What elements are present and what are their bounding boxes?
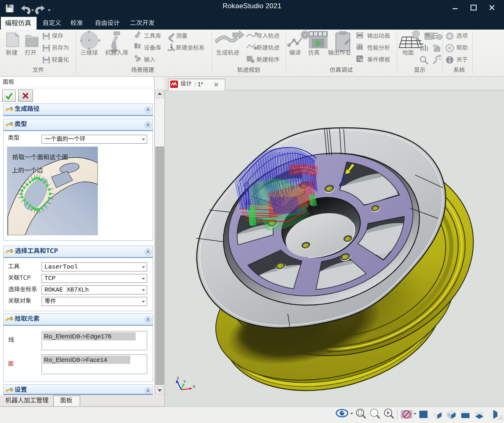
svg-text:X: X [193, 384, 195, 389]
svg-text:Y: Y [183, 379, 186, 384]
svg-text:T: T [358, 57, 360, 61]
svg-text:Z: Z [177, 376, 179, 380]
